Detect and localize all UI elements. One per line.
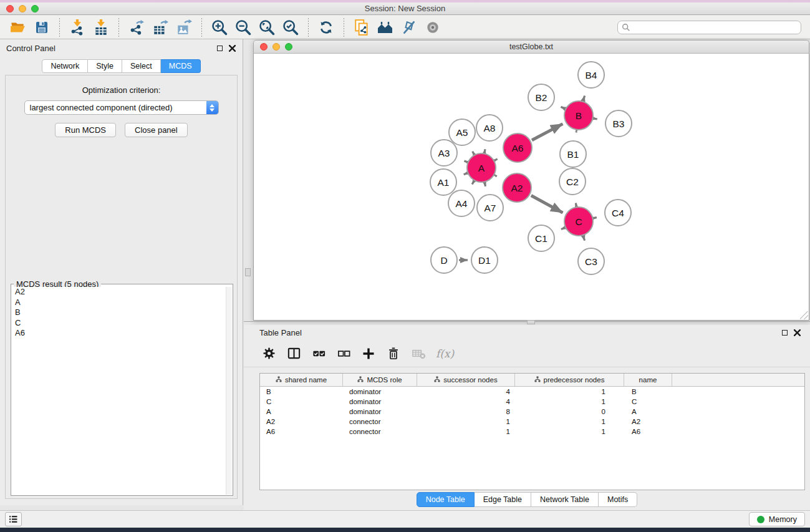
tab-select[interactable]: Select [122,59,161,73]
column-header-mcds-role[interactable]: MCDS role [343,374,417,386]
tab-node-table[interactable]: Node Table [417,492,475,507]
table-cell[interactable]: A6 [260,428,343,435]
add-column-icon[interactable] [359,344,378,363]
table-cell[interactable]: 1 [515,418,624,425]
mcds-result-item[interactable]: B [12,307,225,318]
refresh-layout-icon[interactable] [317,18,335,37]
mcds-result-item[interactable]: A [12,297,225,308]
mcds-result-list[interactable]: A2ABCA6 [12,287,225,495]
criterion-select[interactable]: largest connected component (directed) [24,100,219,115]
graph-edge-A-A3[interactable] [465,161,466,162]
graph-edge-A6-B[interactable] [532,124,562,140]
graph-edge-A-A4[interactable] [472,182,473,185]
table-cell[interactable]: A2 [624,418,672,425]
table-cell[interactable]: A [260,408,343,415]
run-mcds-button[interactable]: Run MCDS [55,123,116,137]
open-session-icon[interactable] [9,18,27,37]
graph-edge-B-B4[interactable] [584,96,585,100]
column-header-name[interactable]: name [624,374,672,386]
close-panel-button[interactable]: Close panel [125,123,188,137]
node-table[interactable]: shared nameMCDS rolesuccessor nodesprede… [259,373,805,490]
clone-network-icon[interactable] [352,18,371,37]
table-cell[interactable]: dominator [343,408,417,415]
zoom-in-icon[interactable] [210,18,229,37]
mcds-result-item[interactable]: A2 [12,287,225,297]
table-cell[interactable]: C [260,398,343,405]
graph-edge-C-C2[interactable] [576,203,576,206]
import-network-icon[interactable] [68,18,87,37]
task-history-button[interactable] [5,512,22,526]
export-table-icon[interactable] [151,18,170,37]
show-columns-icon[interactable] [284,344,303,363]
graph-edge-A-A1[interactable] [464,173,466,175]
graph-edge-C-C1[interactable] [561,228,564,230]
graph-edge-A-A2[interactable] [496,176,497,177]
horizontal-split-thumb[interactable] [527,320,535,324]
export-network-icon[interactable] [127,18,146,37]
table-options-gear-icon[interactable] [259,344,278,363]
deselect-all-rows-icon[interactable] [334,344,353,363]
mcds-result-item[interactable]: A6 [12,328,225,339]
table-cell[interactable]: B [260,388,343,395]
table-cell[interactable]: 1 [515,388,624,395]
tab-style[interactable]: Style [88,59,122,73]
tab-motifs[interactable]: Motifs [599,492,637,507]
open-app-store-icon[interactable] [376,18,395,37]
column-header-predecessor-nodes[interactable]: predecessor nodes [515,374,624,386]
tab-network[interactable]: Network [42,59,88,73]
table-cell[interactable]: 4 [417,398,515,405]
graph-edge-B-B3[interactable] [595,118,597,119]
result-list-scrollbar[interactable] [226,287,232,495]
search-input[interactable] [630,23,801,32]
memory-button[interactable]: Memory [749,512,805,526]
graph-edge-C-C3[interactable] [584,237,585,241]
select-all-rows-icon[interactable] [309,344,328,363]
column-header-shared-name[interactable]: shared name [260,374,343,386]
table-cell[interactable]: dominator [343,398,417,405]
table-row[interactable]: A6connector11A6 [260,427,804,437]
table-float-icon[interactable] [780,328,789,337]
graph-edge-A-A6[interactable] [496,159,498,160]
tab-network-table[interactable]: Network Table [531,492,599,507]
graph-edge-A-A7[interactable] [485,183,486,186]
import-table-icon[interactable] [92,18,110,37]
network-view-window[interactable]: testGlobe.txt AA1A2A3A4A5A6A7A8BB1B2B3B4… [253,40,809,321]
table-row[interactable]: Adominator80A [260,407,804,417]
table-row[interactable]: A2connector11A2 [260,417,804,427]
zoom-selected-icon[interactable] [281,18,300,37]
graph-edge-A2-C[interactable] [531,196,563,213]
vertical-split-thumb[interactable] [245,268,251,276]
table-cell[interactable]: 1 [515,428,624,435]
birds-eye-view-icon[interactable] [423,18,442,37]
graph-edge-A-A8[interactable] [485,149,485,152]
network-graph[interactable]: AA1A2A3A4A5A6A7A8BB1B2B3B4CC1C2C3C4DD1 [254,54,809,320]
zoom-fit-icon[interactable] [258,18,276,37]
table-cell[interactable]: 1 [417,418,515,425]
column-header-successor-nodes[interactable]: successor nodes [417,374,515,386]
export-image-icon[interactable] [175,18,193,37]
delete-table-icon[interactable] [409,344,428,363]
table-close-icon[interactable] [793,328,801,337]
table-cell[interactable]: A [624,408,672,415]
table-cell[interactable]: connector [343,418,417,425]
table-cell[interactable]: 8 [417,408,515,415]
mcds-result-item[interactable]: C [12,318,225,329]
table-cell[interactable]: 0 [515,408,624,415]
save-session-icon[interactable] [32,18,51,37]
hide-annotations-icon[interactable] [400,18,418,37]
zoom-out-icon[interactable] [234,18,253,37]
close-panel-icon[interactable] [228,44,236,52]
delete-columns-icon[interactable] [384,344,403,363]
table-cell[interactable]: 1 [417,428,515,435]
table-cell[interactable]: A6 [624,428,672,435]
table-row[interactable]: Cdominator41C [260,397,804,407]
search-field[interactable] [617,21,801,34]
float-panel-icon[interactable] [215,44,224,52]
network-window-titlebar[interactable]: testGlobe.txt [253,40,809,54]
main-titlebar[interactable]: Session: New Session [0,2,810,15]
graph-edge-B-B2[interactable] [561,107,564,109]
graph-edge-C-C4[interactable] [594,218,596,218]
table-row[interactable]: Bdominator41B [260,387,804,397]
tab-mcds[interactable]: MCDS [161,59,201,73]
table-cell[interactable]: 4 [417,388,515,395]
